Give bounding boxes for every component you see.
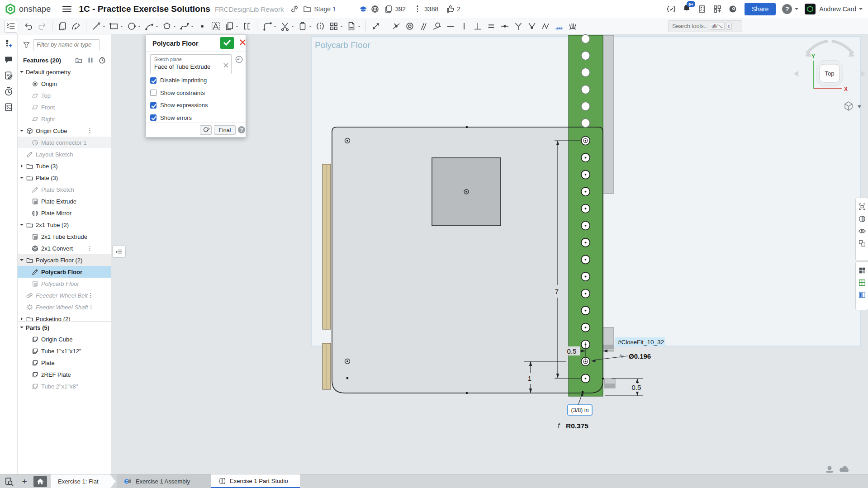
point-tool-icon[interactable]: [197, 21, 207, 31]
plane-row[interactable]: Front: [18, 101, 111, 113]
dropdown-caret-icon[interactable]: [236, 26, 238, 28]
dim-label-height[interactable]: 7: [555, 288, 559, 295]
plane-row[interactable]: Top: [18, 90, 111, 101]
dim-label-offset[interactable]: 1: [528, 374, 531, 382]
arc-tool-icon[interactable]: [144, 21, 158, 31]
clear-selection-icon[interactable]: [223, 63, 228, 68]
expand-caret-icon[interactable]: [21, 317, 24, 321]
copies-icon[interactable]: [384, 5, 393, 14]
variables-icon[interactable]: [4, 39, 14, 49]
dim-label-edge[interactable]: 0.5: [632, 384, 641, 391]
view-options-cube-icon[interactable]: [845, 102, 852, 110]
tree-group-row[interactable]: Default geometry: [18, 66, 111, 78]
tab-exercise-1-part-studio[interactable]: Exercise 1 Part Studio: [211, 474, 300, 488]
mate-row[interactable]: Mate connector 1: [18, 137, 111, 148]
rollback-clock-icon[interactable]: [98, 56, 106, 64]
zoom-fit-icon[interactable]: [858, 203, 866, 211]
onshape-logo-icon[interactable]: [5, 3, 16, 15]
search-tools-box[interactable]: alt/⌥ c: [668, 20, 742, 32]
configurations-icon[interactable]: [4, 102, 14, 112]
drag-handle-icon[interactable]: ⋮: [87, 129, 93, 133]
named-views-icon[interactable]: [858, 279, 866, 287]
suppress-pause-icon[interactable]: [86, 56, 95, 64]
user-menu-caret-icon[interactable]: [859, 8, 863, 12]
checkbox[interactable]: [150, 114, 157, 121]
part-row[interactable]: Plate: [18, 357, 111, 369]
feature-list-toggle[interactable]: [112, 246, 126, 258]
view-options-caret-icon[interactable]: [858, 105, 861, 108]
sketch-plane-field[interactable]: Sketch plane Face of Tube Extrude: [150, 54, 232, 74]
slot-tool-icon[interactable]: [242, 21, 252, 31]
view-cube-face-label[interactable]: Top: [825, 70, 835, 77]
checkbox[interactable]: [150, 90, 157, 96]
dropdown-caret-icon[interactable]: [173, 26, 176, 28]
section-view-icon[interactable]: [858, 215, 866, 223]
new-folder-icon[interactable]: [75, 56, 83, 64]
equal-constraint-icon[interactable]: [486, 21, 496, 31]
extrude-row[interactable]: Plate Extrude: [18, 195, 111, 207]
tab-exercise-1-assembly[interactable]: Exercise 1 Assembly: [117, 474, 211, 488]
sketch-vertex-points[interactable]: [466, 126, 604, 394]
versions-icon[interactable]: [413, 5, 422, 14]
checkbox[interactable]: [150, 102, 157, 109]
share-button[interactable]: Share: [745, 3, 776, 15]
apps-icon[interactable]: [713, 5, 722, 14]
notifications-bell[interactable]: 9+: [682, 4, 691, 14]
tube-outer-wall[interactable]: [603, 35, 615, 388]
dialog-help-button[interactable]: ?: [238, 126, 245, 133]
expand-caret-icon[interactable]: [20, 224, 24, 227]
expand-caret-icon[interactable]: [20, 177, 24, 180]
radius-input-box[interactable]: [568, 405, 592, 415]
folder-icon[interactable]: [303, 5, 312, 14]
cube-row[interactable]: Origin Cube⋮: [18, 125, 111, 137]
folder-row[interactable]: Tube (3): [18, 160, 111, 172]
wood-rail-part[interactable]: [323, 164, 331, 389]
expand-caret-icon[interactable]: [20, 130, 24, 133]
dropdown-caret-icon[interactable]: [340, 26, 343, 28]
text-tool-icon[interactable]: [211, 21, 221, 31]
assistant-icon[interactable]: [728, 5, 737, 14]
folder-row[interactable]: Plate (3): [18, 172, 111, 184]
plane-row[interactable]: Right: [18, 113, 111, 125]
circle-tool-icon[interactable]: [127, 21, 141, 31]
expand-caret-icon[interactable]: [21, 164, 24, 168]
cancel-button[interactable]: [237, 38, 247, 48]
measure-tool-icon[interactable]: [371, 21, 381, 31]
inner-pocket-square[interactable]: [432, 158, 501, 226]
curvature-constraint-icon[interactable]: [568, 21, 578, 31]
import-dxf-tool-icon[interactable]: [346, 21, 360, 31]
sketch-row[interactable]: Polycarb Floor: [18, 266, 111, 278]
commit-and-sketch-icon[interactable]: [200, 125, 212, 135]
add-tab-button[interactable]: +: [18, 474, 31, 488]
dropdown-caret-icon[interactable]: [291, 26, 294, 28]
part-row[interactable]: zREF Plate: [18, 369, 111, 380]
mirror-tool-icon[interactable]: [315, 21, 325, 31]
spline-tool-icon[interactable]: [180, 21, 194, 31]
dropdown-caret-icon[interactable]: [138, 26, 141, 28]
search-tabs-icon[interactable]: [0, 474, 18, 488]
avatar[interactable]: [805, 4, 816, 14]
document-title[interactable]: 1C - Practice Exercise Solutions: [79, 4, 210, 14]
featurescript-icon[interactable]: [667, 5, 676, 14]
expand-caret-icon[interactable]: [20, 259, 24, 263]
parts-header-row[interactable]: Parts (5): [18, 322, 111, 333]
option-disable-imprinting[interactable]: Disable imprinting: [150, 77, 207, 84]
rotate-right-arc-icon[interactable]: [832, 41, 853, 53]
tasks-icon[interactable]: [697, 5, 707, 14]
feature-list-icon[interactable]: [5, 20, 17, 33]
appearance-panel-icon[interactable]: [858, 266, 866, 275]
pierce-constraint-icon[interactable]: [527, 21, 537, 31]
drag-handle-icon[interactable]: ⋮: [88, 294, 94, 297]
hide-show-icon[interactable]: [858, 227, 866, 235]
likes-icon[interactable]: [446, 5, 455, 14]
dropdown-caret-icon[interactable]: [156, 26, 158, 28]
radius-input-value[interactable]: (3/8) in: [571, 407, 589, 413]
education-plan-icon[interactable]: [359, 5, 368, 14]
folder-row[interactable]: Pocketing (2): [18, 313, 111, 321]
dim-label-pitch[interactable]: 0.5: [567, 347, 577, 355]
horizontal-constraint-icon[interactable]: [446, 21, 455, 31]
user-name[interactable]: Andrew Card: [819, 5, 856, 13]
main-menu-icon[interactable]: [62, 6, 71, 12]
coincident-constraint-icon[interactable]: [391, 21, 401, 31]
public-document-icon[interactable]: [370, 5, 379, 14]
